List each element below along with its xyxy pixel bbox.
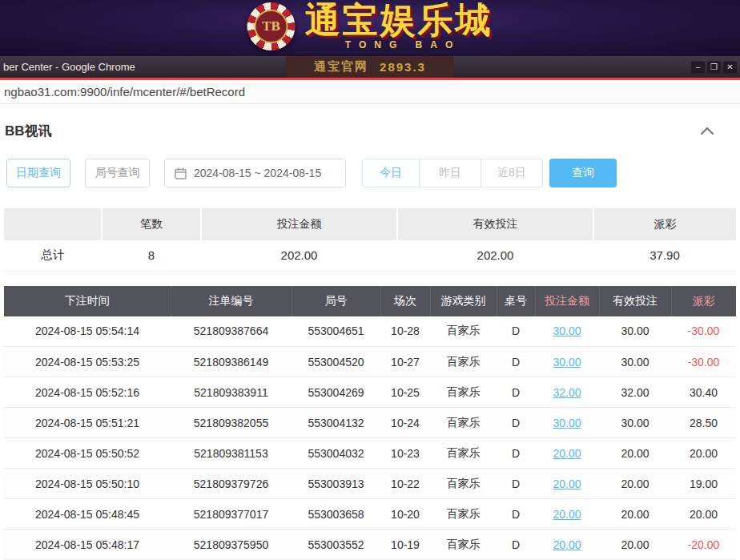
cell-table-no: D — [497, 377, 535, 408]
cell-session: 10-22 — [380, 469, 430, 499]
records-header-row: 下注时间注单编号局号场次游戏类别桌号投注金额有效投注派彩 — [4, 286, 736, 316]
bet-amount-link[interactable]: 20.00 — [553, 538, 581, 551]
url-text: ngbao31.com:9900/infe/mcenter/#/betRecor… — [4, 85, 245, 99]
chevron-up-icon[interactable] — [700, 127, 714, 135]
summary-header-row: 笔数 投注金额 有效投注 派彩 — [4, 208, 736, 240]
bet-amount-link[interactable]: 20.00 — [553, 447, 581, 460]
column-header: 注单编号 — [171, 286, 292, 316]
cell-session: 10-27 — [380, 347, 430, 377]
summary-bet-amount: 202.00 — [201, 240, 397, 271]
cell-bet-id: 521809383911 — [171, 377, 292, 408]
cell-bet: 20.00 — [535, 530, 599, 560]
bet-amount-link[interactable]: 20.00 — [553, 508, 581, 521]
cell-game: 百家乐 — [430, 530, 497, 560]
table-row: 2024-08-15 05:50:52521809381153553004032… — [4, 438, 736, 469]
summary-header — [4, 208, 102, 240]
logo-chip-label: TB — [255, 10, 288, 43]
cell-valid: 20.00 — [599, 499, 671, 530]
site-subtitle: TONG BAO — [337, 39, 460, 50]
table-row: 2024-08-15 05:48:45521809377017553003658… — [4, 499, 736, 530]
summary-total-row: 总计 8 202.00 202.00 37.90 — [4, 240, 736, 271]
cell-bet-id: 521809387664 — [171, 316, 292, 347]
yesterday-button[interactable]: 昨日 — [419, 159, 481, 187]
column-header: 投注金额 — [535, 286, 599, 316]
cell-round: 553004032 — [292, 438, 380, 469]
date-query-button[interactable]: 日期查询 — [6, 159, 70, 187]
cell-time: 2024-08-15 05:53:25 — [4, 347, 171, 377]
cell-time: 2024-08-15 05:48:17 — [4, 530, 171, 560]
column-header: 有效投注 — [599, 286, 671, 316]
cell-bet-id: 521809386149 — [171, 347, 292, 377]
cell-bet-id: 521809382055 — [171, 408, 292, 438]
bet-amount-link[interactable]: 20.00 — [553, 477, 581, 490]
cell-bet-id: 521809377017 — [171, 499, 292, 530]
cell-time: 2024-08-15 05:48:45 — [4, 499, 171, 530]
cell-valid: 30.00 — [599, 347, 671, 377]
cell-session: 10-25 — [380, 377, 430, 408]
cell-valid: 32.00 — [599, 377, 671, 408]
url-bar[interactable]: ngbao31.com:9900/infe/mcenter/#/betRecor… — [0, 78, 740, 104]
bet-amount-link[interactable]: 30.00 — [553, 356, 581, 369]
cell-table-no: D — [497, 469, 535, 499]
cell-time: 2024-08-15 05:50:10 — [4, 469, 171, 499]
cell-round: 553004520 — [292, 347, 380, 377]
cell-session: 10-28 — [380, 316, 430, 347]
date-range-value: 2024-08-15 ~ 2024-08-15 — [194, 167, 321, 179]
site-header: TB 通宝娱乐城 TONG BAO — [0, 0, 740, 56]
cell-time: 2024-08-15 05:51:21 — [4, 408, 171, 438]
summary-header: 派彩 — [593, 208, 736, 240]
close-icon[interactable]: ✕ — [723, 61, 737, 73]
cell-session: 10-23 — [380, 438, 430, 469]
table-row: 2024-08-15 05:51:21521809382055553004132… — [4, 408, 736, 438]
bet-amount-link[interactable]: 30.00 — [553, 324, 581, 337]
cell-bet: 20.00 — [535, 438, 599, 469]
cell-payout: 28.50 — [671, 408, 736, 438]
cell-round: 553004269 — [292, 377, 380, 408]
logo-text: 通宝娱乐城 TONG BAO — [305, 2, 493, 50]
marquee-label: 通宝官网 — [314, 59, 368, 75]
search-button[interactable]: 查询 — [549, 159, 617, 187]
cell-round: 553004132 — [292, 408, 380, 438]
cell-round: 553003913 — [292, 469, 380, 499]
calendar-icon — [175, 167, 187, 179]
jackpot-marquee: 通宝官网 2893.3 — [286, 56, 454, 78]
summary-payout: 37.90 — [593, 240, 736, 271]
maximize-icon[interactable]: ❐ — [707, 61, 721, 73]
cell-table-no: D — [497, 438, 535, 469]
page: TB 通宝娱乐城 TONG BAO ber Center - Google Ch… — [0, 0, 740, 560]
cell-time: 2024-08-15 05:50:52 — [4, 438, 171, 469]
summary-count: 8 — [102, 240, 201, 271]
bet-amount-link[interactable]: 30.00 — [553, 417, 581, 429]
cell-payout: -20.00 — [671, 530, 736, 560]
cell-bet-id: 521809375950 — [171, 530, 292, 560]
cell-payout: -30.00 — [671, 347, 736, 377]
summary-header: 笔数 — [102, 208, 201, 240]
cell-bet-id: 521809381153 — [171, 438, 292, 469]
cell-table-no: D — [497, 499, 535, 530]
cell-game: 百家乐 — [430, 408, 497, 438]
cell-game: 百家乐 — [430, 347, 497, 377]
cell-bet: 20.00 — [535, 499, 599, 530]
summary-header: 投注金额 — [201, 208, 397, 240]
today-button[interactable]: 今日 — [362, 159, 420, 187]
cell-time: 2024-08-15 05:52:16 — [4, 377, 171, 408]
summary-total-label: 总计 — [4, 240, 102, 271]
column-header: 局号 — [292, 286, 380, 316]
round-query-button[interactable]: 局号查询 — [85, 159, 150, 187]
site-title: 通宝娱乐城 — [305, 2, 493, 39]
records-table: 下注时间注单编号局号场次游戏类别桌号投注金额有效投注派彩 2024-08-15 … — [4, 286, 736, 560]
minimize-icon[interactable]: – — [691, 61, 705, 73]
cell-table-no: D — [497, 408, 535, 438]
date-range-input[interactable]: 2024-08-15 ~ 2024-08-15 — [164, 159, 346, 187]
cell-valid: 30.00 — [599, 316, 671, 347]
cell-payout: 20.00 — [671, 438, 736, 469]
last-8-days-button[interactable]: 近8日 — [481, 159, 543, 187]
cell-session: 10-20 — [380, 499, 430, 530]
panel-head: BB视讯 — [0, 104, 740, 144]
bet-amount-link[interactable]: 32.00 — [553, 386, 581, 399]
cell-bet: 30.00 — [535, 408, 599, 438]
browser-titlebar: ber Center - Google Chrome 通宝官网 2893.3 –… — [0, 56, 740, 78]
records-tbody: 2024-08-15 05:54:14521809387664553004651… — [4, 316, 736, 560]
column-header: 派彩 — [671, 286, 736, 316]
cell-valid: 20.00 — [599, 469, 671, 499]
